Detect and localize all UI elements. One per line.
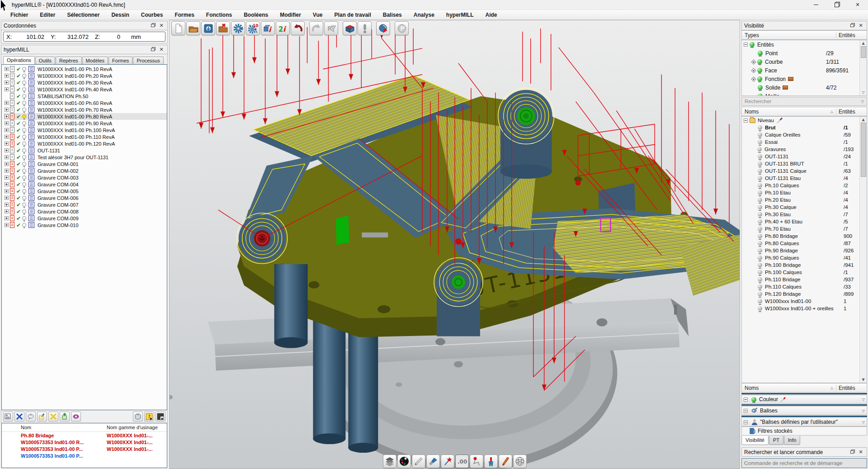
bulb-icon[interactable] <box>22 189 26 193</box>
bulb-icon[interactable] <box>22 101 26 105</box>
bulb-icon[interactable] <box>758 248 762 253</box>
menu-item[interactable]: Sélectionner <box>61 12 105 18</box>
layer-row[interactable]: Ph.40 + 60 Etau /5 <box>751 218 867 225</box>
operation-tree-row[interactable]: Gravure COM-003 <box>4 174 167 181</box>
bulb-icon[interactable] <box>758 176 762 180</box>
layer-row[interactable]: Ph.100 Bridage /941 <box>751 261 867 269</box>
machine-icon[interactable] <box>133 412 143 422</box>
names-column-header[interactable]: Noms△ Entités <box>741 107 867 116</box>
bulb-icon[interactable] <box>22 142 26 146</box>
bulb-icon[interactable] <box>22 216 26 220</box>
redo-icon[interactable] <box>309 21 323 35</box>
open-file-icon[interactable] <box>186 21 200 35</box>
save-file-icon[interactable] <box>201 21 215 35</box>
visibility-row[interactable]: Fonction <box>750 75 867 83</box>
bulb-icon[interactable] <box>758 140 762 144</box>
calc-question-icon[interactable]: ? <box>144 412 154 422</box>
bulb-icon[interactable] <box>758 277 762 282</box>
layer-row[interactable]: OUT-1131 Calque /63 <box>751 167 867 175</box>
layer-row[interactable]: Calque Oreilles /59 <box>751 131 867 138</box>
viewport-3d[interactable]: 10 i 2i R P <box>169 20 740 469</box>
layer-row[interactable]: Ph.90 Calques /41 <box>751 254 867 261</box>
boss-top-right[interactable] <box>498 88 554 179</box>
hypermill-tab[interactable]: Formes <box>108 57 132 64</box>
operation-tree-row[interactable]: W1000XXX Ind01-00 Ph.80 RevA <box>4 113 167 120</box>
expand-icon[interactable] <box>5 209 9 213</box>
expand-icon[interactable] <box>5 135 9 139</box>
layer-row[interactable]: OUT-1131 Etau /4 <box>751 175 867 182</box>
expand-icon[interactable] <box>751 59 756 64</box>
operation-tree-row[interactable]: Gravure COM-001 <box>4 161 167 167</box>
names-root-row[interactable]: Niveau <box>742 117 867 124</box>
new-file-icon[interactable] <box>171 21 185 35</box>
undo-icon[interactable] <box>291 21 305 35</box>
operation-tree-row[interactable]: Gravure COM-006 <box>4 194 167 201</box>
expand-icon[interactable] <box>751 68 756 73</box>
close-button[interactable] <box>847 0 868 10</box>
jobs-col-nom[interactable]: Nom <box>20 425 106 430</box>
collapse-icon[interactable] <box>744 409 748 413</box>
operation-tree-row[interactable]: Gravure COM-009 <box>4 215 167 222</box>
paintbrush-icon[interactable] <box>484 455 498 468</box>
bulb-green-icon[interactable] <box>758 94 763 96</box>
expand-icon[interactable] <box>5 121 9 125</box>
col-noms[interactable]: Noms <box>745 109 759 115</box>
expand-icon[interactable] <box>751 76 756 81</box>
info-cube-icon[interactable]: i <box>261 21 275 35</box>
layer-row[interactable]: Ph.10 Etau /4 <box>751 189 867 196</box>
expand-icon[interactable] <box>5 223 9 227</box>
chevron-down-icon[interactable]: ▽ <box>861 99 864 104</box>
chevron-down-icon[interactable]: ▽ <box>862 409 865 413</box>
visibility-row[interactable]: Point /29 <box>750 49 867 57</box>
operation-tree-row[interactable]: Gravure COM-010 <box>4 222 167 228</box>
eyedropper-icon[interactable] <box>777 118 783 123</box>
bulb-icon[interactable] <box>22 155 26 159</box>
bulb-icon[interactable] <box>22 67 26 71</box>
bulb-icon[interactable] <box>22 94 26 98</box>
menu-item[interactable]: Courbes <box>135 12 169 18</box>
hypermill-tab[interactable]: Processus <box>133 57 163 64</box>
view-options-icon[interactable] <box>71 412 81 422</box>
bulb-icon[interactable] <box>758 125 762 130</box>
expand-icon[interactable] <box>5 114 9 118</box>
operation-tree-row[interactable]: Gravure COM-005 <box>4 188 167 194</box>
pencil-icon[interactable] <box>412 455 425 468</box>
bulb-icon[interactable] <box>758 306 762 311</box>
filter-r-icon[interactable]: R <box>324 21 338 35</box>
operation-tree-row[interactable]: W1000XXX Ind01-00 Ph.90 RevA <box>4 120 167 127</box>
star-select-icon[interactable] <box>441 455 454 468</box>
col-entites[interactable]: Entités <box>836 109 867 115</box>
float-panel-icon[interactable] <box>149 47 156 53</box>
collapse-icon[interactable] <box>744 420 748 424</box>
visibility-tree[interactable]: Entités Point /29 <box>741 40 867 96</box>
operation-tree-row[interactable]: STABILISATION Ph.50 <box>4 93 167 99</box>
bulb-green-icon[interactable] <box>757 76 762 81</box>
stock-cube-icon[interactable] <box>343 21 357 35</box>
bulb-icon[interactable] <box>22 81 26 85</box>
job-row[interactable]: W1000573353 Ind01-00 P... W1000XXX Ind01… <box>2 445 167 452</box>
layer-row[interactable]: OUT-1131 BRUT /1 <box>751 160 867 167</box>
menu-item[interactable]: Modifier <box>274 12 307 18</box>
expand-icon[interactable] <box>5 216 9 220</box>
menu-item[interactable]: Dessin <box>105 12 135 18</box>
bulb-icon[interactable] <box>758 183 762 188</box>
delete-blue-icon[interactable] <box>14 412 24 422</box>
tab-info[interactable]: Info <box>784 436 800 445</box>
boss-left[interactable] <box>237 213 288 264</box>
operation-tree-row[interactable]: W1000XXX Ind01-00 Ph.120 RevA <box>4 140 167 147</box>
operation-tree-row[interactable]: W1000XXX Ind01-00 Ph.70 RevA <box>4 106 167 113</box>
bulb-icon[interactable] <box>758 154 762 159</box>
bulb-icon[interactable] <box>758 161 762 166</box>
shaded-view-icon[interactable] <box>397 455 411 468</box>
bulb-green-icon[interactable] <box>758 51 763 56</box>
search-field[interactable]: Rechercher ▽ <box>741 97 867 106</box>
visibility-root-row[interactable]: Entités <box>742 40 867 49</box>
names-tree[interactable]: Niveau Brut /1 <box>741 116 867 383</box>
layer-row[interactable]: Ph.80 Calques /87 <box>751 240 867 247</box>
menu-item[interactable]: Fonctions <box>200 12 238 18</box>
layer-row[interactable]: Gravures /193 <box>751 146 867 153</box>
comment-icon[interactable] <box>26 412 36 422</box>
expand-icon[interactable] <box>5 108 9 112</box>
expand-icon[interactable] <box>5 162 9 166</box>
tab-pt[interactable]: PT <box>769 436 783 445</box>
